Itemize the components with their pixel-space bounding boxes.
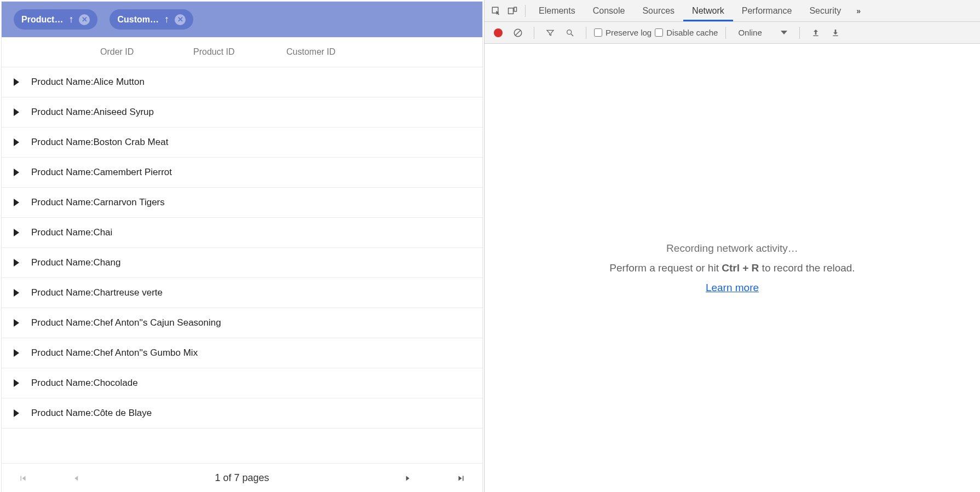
group-row[interactable]: Product Name: Alice Mutton (2, 67, 482, 97)
expand-icon[interactable] (14, 409, 19, 417)
clear-button[interactable] (510, 25, 526, 41)
group-row[interactable]: Product Name: Camembert Pierrot (2, 158, 482, 188)
upload-har-icon[interactable] (808, 25, 824, 41)
devtools-panel: Elements Console Sources Network Perform… (484, 0, 980, 492)
devtools-tabstrip: Elements Console Sources Network Perform… (485, 0, 980, 22)
group-prefix: Product Name: (31, 287, 93, 298)
group-prefix: Product Name: (31, 317, 93, 328)
preserve-log-label: Preserve log (606, 28, 652, 37)
group-chip-product[interactable]: Product… ↑ ✕ (14, 9, 97, 30)
group-row[interactable]: Product Name: Chef Anton''s Cajun Season… (2, 308, 482, 338)
learn-more-link[interactable]: Learn more (706, 282, 759, 294)
search-icon[interactable] (562, 25, 578, 41)
svg-rect-7 (813, 35, 818, 36)
device-toggle-icon[interactable] (504, 3, 521, 19)
group-prefix: Product Name: (31, 197, 93, 208)
group-row[interactable]: Product Name: Chocolade (2, 368, 482, 398)
close-icon[interactable]: ✕ (79, 14, 90, 25)
group-row[interactable]: Product Name: Côte de Blaye (2, 398, 482, 429)
group-row[interactable]: Product Name: Carnarvon Tigers (2, 188, 482, 218)
group-value: Chocolade (93, 378, 137, 389)
expand-icon[interactable] (14, 319, 19, 327)
filter-icon[interactable] (542, 25, 558, 41)
group-chip-label: Product… (21, 15, 63, 25)
tab-elements[interactable]: Elements (530, 0, 584, 21)
record-button[interactable] (490, 25, 506, 41)
column-header-order-id[interactable]: Order ID (100, 47, 193, 57)
expand-icon[interactable] (14, 379, 19, 387)
tab-sources[interactable]: Sources (633, 0, 683, 21)
empty-subtitle: Perform a request or hit Ctrl + R to rec… (609, 262, 855, 274)
group-prefix: Product Name: (31, 107, 93, 118)
group-row[interactable]: Product Name: Chartreuse verte (2, 278, 482, 308)
group-value: Carnarvon Tigers (93, 197, 164, 208)
group-chip-label: Custom… (117, 15, 159, 25)
inspect-element-icon[interactable] (488, 3, 504, 19)
pager-next-button[interactable] (402, 473, 412, 483)
group-value: Chartreuse verte (93, 287, 163, 298)
sort-asc-icon[interactable]: ↑ (68, 14, 73, 25)
tab-network[interactable]: Network (683, 0, 733, 21)
preserve-log-checkbox[interactable]: Preserve log (594, 28, 652, 37)
group-chip-customer[interactable]: Custom… ↑ ✕ (109, 9, 193, 30)
download-har-icon[interactable] (827, 25, 844, 41)
column-header-product-id[interactable]: Product ID (193, 47, 286, 57)
pager-status: 1 of 7 pages (215, 472, 269, 484)
group-value: Camembert Pierrot (93, 167, 172, 178)
tabs-overflow-icon[interactable]: » (850, 7, 867, 15)
group-row[interactable]: Product Name: Chang (2, 248, 482, 278)
throttling-value: Online (738, 28, 762, 37)
svg-line-6 (571, 34, 573, 36)
group-value: Aniseed Syrup (93, 107, 154, 118)
column-header-row: Order ID Product ID Customer ID (2, 37, 482, 67)
tab-console[interactable]: Console (584, 0, 634, 21)
expand-icon[interactable] (14, 108, 19, 116)
group-row[interactable]: Product Name: Boston Crab Meat (2, 128, 482, 158)
group-value: Chai (93, 227, 112, 238)
group-row[interactable]: Product Name: Aniseed Syrup (2, 97, 482, 128)
expand-icon[interactable] (14, 259, 19, 267)
svg-rect-8 (833, 35, 838, 36)
group-prefix: Product Name: (31, 348, 93, 358)
group-prefix: Product Name: (31, 408, 93, 419)
disable-cache-label: Disable cache (666, 28, 718, 37)
expand-icon[interactable] (14, 199, 19, 206)
expand-icon[interactable] (14, 229, 19, 236)
group-prefix: Product Name: (31, 227, 93, 238)
group-value: Boston Crab Meat (93, 137, 168, 148)
sort-asc-icon[interactable]: ↑ (164, 14, 169, 25)
network-toolbar: Preserve log Disable cache Online (485, 22, 980, 44)
group-list[interactable]: Product Name: Alice Mutton Product Name:… (2, 67, 482, 463)
throttling-select[interactable]: Online (734, 25, 791, 40)
svg-rect-1 (509, 8, 514, 14)
expand-icon[interactable] (14, 138, 19, 146)
group-prefix: Product Name: (31, 378, 93, 389)
svg-rect-2 (514, 7, 517, 11)
group-row[interactable]: Product Name: Chef Anton''s Gumbo Mix (2, 338, 482, 368)
disable-cache-checkbox[interactable]: Disable cache (655, 28, 718, 37)
close-icon[interactable]: ✕ (175, 14, 186, 25)
network-empty-state: Recording network activity… Perform a re… (485, 44, 980, 492)
expand-icon[interactable] (14, 289, 19, 297)
empty-title: Recording network activity… (666, 242, 798, 254)
pager-prev-button[interactable] (72, 473, 82, 483)
pager-last-button[interactable] (456, 473, 466, 483)
group-row[interactable]: Product Name: Chai (2, 218, 482, 248)
group-value: Chef Anton''s Gumbo Mix (93, 348, 198, 358)
data-grid: Product… ↑ ✕ Custom… ↑ ✕ Order ID Produc… (1, 1, 483, 492)
expand-icon[interactable] (14, 78, 19, 86)
svg-point-5 (567, 30, 572, 34)
column-header-customer-id[interactable]: Customer ID (286, 47, 379, 57)
group-prefix: Product Name: (31, 257, 93, 268)
group-value: Alice Mutton (93, 77, 145, 88)
group-prefix: Product Name: (31, 137, 93, 148)
expand-icon[interactable] (14, 349, 19, 357)
expand-icon[interactable] (14, 169, 19, 176)
group-panel: Product… ↑ ✕ Custom… ↑ ✕ (2, 2, 482, 37)
tab-security[interactable]: Security (800, 0, 850, 21)
tab-performance[interactable]: Performance (733, 0, 801, 21)
chevron-down-icon (781, 31, 787, 34)
pager-first-button[interactable] (18, 473, 28, 483)
group-prefix: Product Name: (31, 77, 93, 88)
group-value: Chef Anton''s Cajun Seasoning (93, 317, 221, 328)
